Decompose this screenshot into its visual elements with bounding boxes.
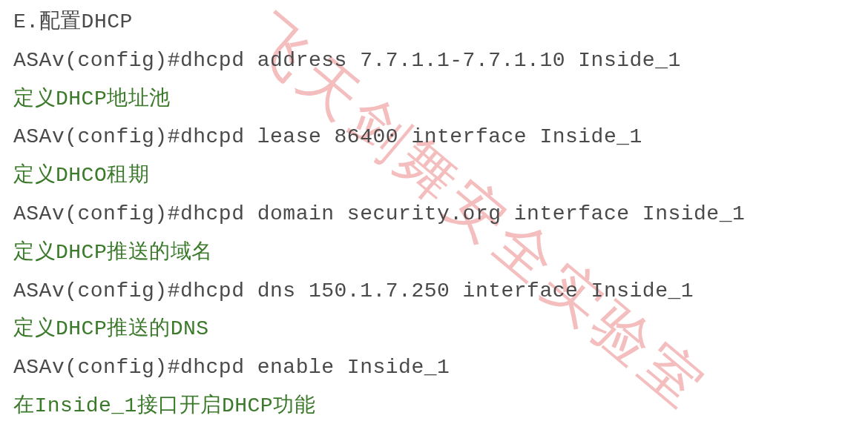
line-comment-address-pool: 定义DHCP地址池 [13, 80, 855, 119]
line-section-heading: E.配置DHCP [13, 3, 855, 42]
line-comment-domain: 定义DHCP推送的域名 [13, 234, 855, 272]
line-cmd-domain: ASAv(config)#dhcpd domain security.org i… [13, 195, 855, 234]
line-cmd-lease: ASAv(config)#dhcpd lease 86400 interface… [13, 118, 855, 156]
line-comment-enable: 在Inside_1接口开启DHCP功能 [13, 387, 855, 426]
line-cmd-dns: ASAv(config)#dhcpd dns 150.1.7.250 inter… [13, 272, 855, 311]
document-content: E.配置DHCP ASAv(config)#dhcpd address 7.7.… [13, 3, 855, 426]
line-cmd-enable: ASAv(config)#dhcpd enable Inside_1 [13, 348, 855, 387]
line-comment-dns: 定义DHCP推送的DNS [13, 310, 855, 348]
line-comment-lease: 定义DHCO租期 [13, 156, 855, 195]
line-cmd-address: ASAv(config)#dhcpd address 7.7.1.1-7.7.1… [13, 42, 855, 80]
